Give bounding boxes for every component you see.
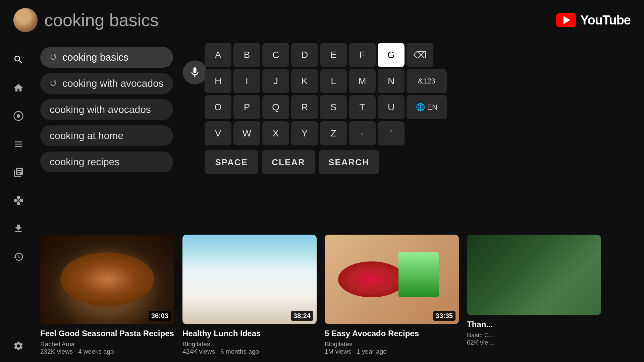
header: cooking basics YouTube — [0, 0, 644, 40]
history-icon: ↺ — [50, 78, 57, 89]
suggestion-label: cooking with avocados — [50, 104, 151, 115]
key-m[interactable]: M — [349, 69, 376, 93]
key-e[interactable]: E — [320, 43, 347, 67]
key-f[interactable]: F — [349, 43, 376, 67]
key-p[interactable]: P — [233, 95, 260, 119]
video-info: Than... Basic C...62K vie... — [467, 315, 601, 346]
suggestion-label: cooking with avocados — [62, 78, 164, 89]
history-icon: ↺ — [50, 52, 57, 63]
video-card[interactable]: Than... Basic C...62K vie... — [467, 235, 601, 355]
suggestions-list: ↺ cooking basics ↺ cooking with avocados… — [40, 47, 173, 172]
key-g[interactable]: G — [378, 43, 405, 67]
key-h[interactable]: H — [205, 69, 231, 93]
header-left: cooking basics — [13, 8, 159, 32]
video-title: Feel Good Seasonal Pasta Recipes — [40, 328, 174, 339]
keyboard: A B C D E F G ⌫ H I J K L M N &123 O P Q… — [205, 43, 447, 174]
keyboard-row-2: H I J K L M N &123 — [205, 69, 447, 93]
key-r[interactable]: R — [291, 95, 318, 119]
youtube-logo: YouTube — [556, 13, 631, 27]
key-z[interactable]: Z — [320, 121, 347, 145]
key-q[interactable]: Q — [262, 95, 289, 119]
video-duration: 38:24 — [291, 311, 313, 321]
video-info: Healthy Lunch Ideas Blogilates424K views… — [182, 324, 317, 355]
key-c[interactable]: C — [262, 43, 289, 67]
video-meta: Blogilates1M views · 1 year ago — [325, 341, 459, 355]
key-u[interactable]: U — [378, 95, 405, 119]
numeric-key[interactable]: &123 — [407, 69, 447, 93]
sidebar-item-library[interactable] — [9, 163, 28, 182]
video-title: Healthy Lunch Ideas — [182, 328, 317, 339]
keyboard-action-row: SPACE CLEAR SEARCH — [205, 150, 447, 174]
avatar — [13, 8, 38, 32]
keyboard-row-4: V W X Y Z - ' — [205, 121, 447, 145]
key-k[interactable]: K — [291, 69, 318, 93]
key-n[interactable]: N — [378, 69, 405, 93]
keyboard-row-3: O P Q R S T U 🌐 EN — [205, 95, 447, 119]
key-o[interactable]: O — [205, 95, 231, 119]
suggestion-item[interactable]: cooking at home — [40, 125, 173, 146]
video-thumbnail: 33:35 — [325, 235, 459, 324]
keyboard-row-1: A B C D E F G ⌫ — [205, 43, 447, 67]
video-info: 5 Easy Avocado Recipes Blogilates1M view… — [325, 324, 459, 355]
key-w[interactable]: W — [233, 121, 260, 145]
key-x[interactable]: X — [262, 121, 289, 145]
youtube-label: YouTube — [580, 13, 631, 27]
sidebar-item-settings[interactable] — [9, 337, 28, 355]
video-thumbnail: 36:03 — [40, 235, 174, 324]
sidebar — [0, 40, 37, 362]
key-s[interactable]: S — [320, 95, 347, 119]
page-title: cooking basics — [44, 10, 159, 30]
space-key[interactable]: SPACE — [205, 150, 258, 174]
video-grid: 36:03 Feel Good Seasonal Pasta Recipes R… — [40, 235, 644, 362]
video-thumbnail — [467, 235, 601, 315]
sidebar-item-home[interactable] — [9, 78, 28, 97]
key-a[interactable]: A — [205, 43, 231, 67]
sidebar-item-search[interactable] — [9, 50, 28, 69]
video-duration: 33:35 — [433, 311, 455, 321]
backspace-key[interactable]: ⌫ — [407, 43, 433, 67]
suggestion-item[interactable]: ↺ cooking with avocados — [40, 73, 173, 94]
key-v[interactable]: V — [205, 121, 231, 145]
key-apostrophe[interactable]: ' — [378, 121, 405, 145]
key-b[interactable]: B — [233, 43, 260, 67]
key-l[interactable]: L — [320, 69, 347, 93]
suggestion-item[interactable]: ↺ cooking basics — [40, 47, 173, 68]
clear-key[interactable]: CLEAR — [262, 150, 315, 174]
sidebar-item-queue[interactable] — [9, 135, 28, 154]
video-title: Than... — [467, 319, 601, 329]
title-light: basics — [109, 10, 159, 30]
video-duration: 36:03 — [149, 311, 171, 321]
video-card[interactable]: 33:35 5 Easy Avocado Recipes Blogilates1… — [325, 235, 459, 355]
sidebar-item-downloads[interactable] — [9, 219, 28, 238]
key-t[interactable]: T — [349, 95, 376, 119]
video-card[interactable]: 36:03 Feel Good Seasonal Pasta Recipes R… — [40, 235, 174, 355]
mic-button[interactable] — [183, 60, 207, 84]
sidebar-item-gaming[interactable] — [9, 191, 28, 210]
suggestion-label: cooking recipes — [50, 156, 119, 168]
key-j[interactable]: J — [262, 69, 289, 93]
suggestion-label: cooking at home — [50, 130, 123, 141]
svg-point-1 — [17, 114, 20, 118]
sidebar-item-history[interactable] — [9, 247, 28, 266]
key-dash[interactable]: - — [349, 121, 376, 145]
video-thumbnail: 38:24 — [182, 235, 317, 324]
sidebar-item-subscriptions[interactable] — [9, 107, 28, 125]
video-info: Feel Good Seasonal Pasta Recipes Rachel … — [40, 324, 174, 355]
key-i[interactable]: I — [233, 69, 260, 93]
key-y[interactable]: Y — [291, 121, 318, 145]
suggestion-item[interactable]: cooking with avocados — [40, 99, 173, 120]
suggestion-item[interactable]: cooking recipes — [40, 152, 173, 172]
video-title: 5 Easy Avocado Recipes — [325, 328, 459, 339]
search-key[interactable]: SEARCH — [319, 150, 379, 174]
title-bold: cooking — [44, 10, 109, 30]
video-meta: Blogilates424K views · 6 months ago — [182, 341, 317, 355]
video-meta: Basic C...62K vie... — [467, 331, 601, 346]
key-d[interactable]: D — [291, 43, 318, 67]
suggestion-label: cooking basics — [62, 52, 128, 63]
youtube-icon — [556, 13, 576, 27]
video-meta: Rachel Ama232K views · 4 weeks ago — [40, 341, 174, 355]
video-card[interactable]: 38:24 Healthy Lunch Ideas Blogilates424K… — [182, 235, 317, 355]
language-key[interactable]: 🌐 EN — [407, 95, 447, 119]
